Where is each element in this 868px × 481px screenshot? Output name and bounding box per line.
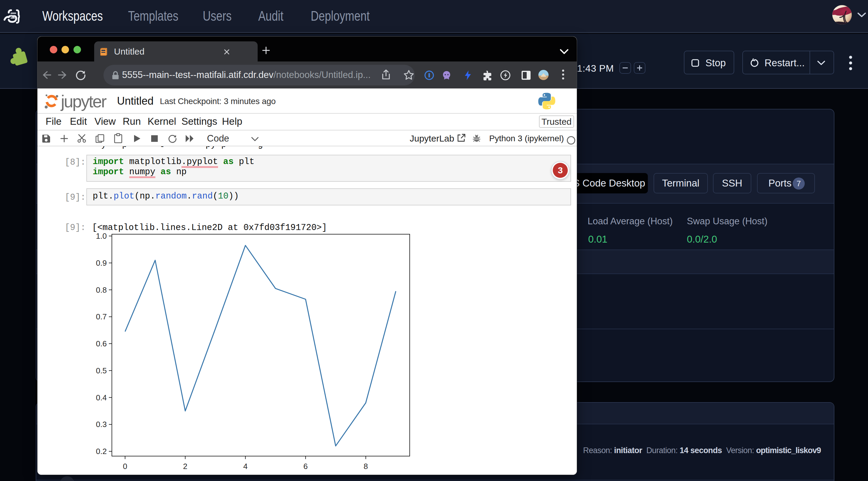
svg-text:0.9: 0.9 — [96, 258, 107, 267]
svg-text:0.8: 0.8 — [96, 286, 107, 294]
svg-text:0.6: 0.6 — [96, 339, 107, 348]
svg-text:4: 4 — [243, 462, 247, 471]
svg-text:0.3: 0.3 — [96, 420, 107, 429]
svg-text:0: 0 — [123, 462, 127, 471]
svg-text:6: 6 — [304, 462, 308, 471]
svg-text:1.0: 1.0 — [96, 231, 107, 241]
svg-text:8: 8 — [364, 462, 368, 471]
svg-text:0.4: 0.4 — [96, 393, 107, 402]
svg-text:0.5: 0.5 — [96, 366, 107, 375]
svg-text:2: 2 — [183, 462, 187, 471]
svg-text:0.7: 0.7 — [96, 312, 107, 321]
svg-text:0.2: 0.2 — [96, 447, 107, 456]
